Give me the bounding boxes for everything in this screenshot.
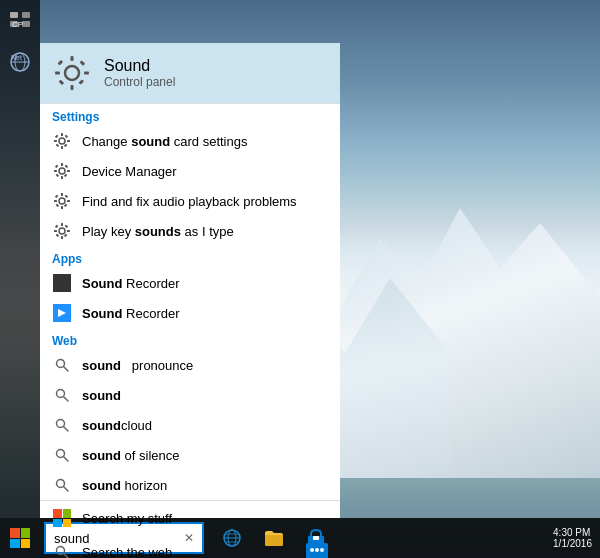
- svg-point-71: [320, 548, 324, 552]
- svg-rect-10: [71, 56, 74, 61]
- svg-rect-44: [64, 204, 68, 208]
- svg-point-18: [59, 138, 65, 144]
- search-icon-3: [52, 415, 72, 435]
- search-icon-2: [52, 385, 72, 405]
- windows-logo-icon: [52, 508, 72, 528]
- svg-point-45: [59, 228, 65, 234]
- svg-rect-35: [64, 174, 68, 178]
- section-label-settings: Settings: [40, 104, 340, 126]
- svg-rect-13: [84, 72, 89, 75]
- gear-icon-1: [52, 131, 72, 151]
- gear-icon-3: [52, 191, 72, 211]
- web-item-2-text: sound: [82, 388, 121, 403]
- svg-rect-37: [61, 193, 63, 196]
- svg-rect-15: [80, 60, 86, 66]
- svg-rect-33: [65, 165, 69, 169]
- apps-item-1[interactable]: Sound Recorder: [40, 268, 340, 298]
- web-item-4[interactable]: sound of silence: [40, 440, 340, 470]
- web-item-5[interactable]: sound horizon: [40, 470, 340, 500]
- svg-rect-25: [56, 144, 60, 148]
- network-taskbar-icon[interactable]: Net: [2, 44, 38, 80]
- settings-item-3[interactable]: Find and fix audio playback problems: [40, 186, 340, 216]
- svg-point-9: [65, 66, 79, 80]
- top-result-gear-icon: [52, 53, 92, 93]
- svg-rect-46: [61, 223, 63, 226]
- svg-rect-50: [55, 225, 59, 229]
- settings-item-2[interactable]: Device Manager: [40, 156, 340, 186]
- svg-rect-42: [65, 195, 69, 199]
- bottom-actions: Search my stuff Search the web: [40, 500, 340, 558]
- svg-rect-39: [54, 200, 57, 202]
- black-square-icon: [52, 273, 72, 293]
- gear-icon-4: [52, 221, 72, 241]
- svg-rect-26: [64, 144, 68, 148]
- svg-point-27: [59, 168, 65, 174]
- svg-marker-54: [58, 309, 66, 317]
- svg-rect-29: [61, 176, 63, 179]
- svg-rect-41: [55, 195, 59, 199]
- svg-rect-38: [61, 206, 63, 209]
- apps-item-2[interactable]: Sound Recorder: [40, 298, 340, 328]
- svg-rect-32: [55, 165, 59, 169]
- web-item-3[interactable]: soundcloud: [40, 410, 340, 440]
- settings-item-4[interactable]: Play key sounds as I type: [40, 216, 340, 246]
- svg-point-69: [310, 548, 314, 552]
- svg-rect-31: [67, 170, 70, 172]
- start-button[interactable]: [0, 518, 40, 558]
- search-icon-4: [52, 445, 72, 465]
- web-item-1[interactable]: sound pronounce: [40, 350, 340, 380]
- apps-item-1-text: Sound Recorder: [82, 276, 180, 291]
- svg-rect-19: [61, 133, 63, 136]
- svg-line-66: [64, 554, 69, 559]
- section-label-web: Web: [40, 328, 340, 350]
- web-item-3-text: soundcloud: [82, 418, 152, 433]
- svg-rect-40: [67, 200, 70, 202]
- top-result-text-block: Sound Control panel: [104, 57, 175, 89]
- svg-rect-43: [56, 204, 60, 208]
- svg-rect-47: [61, 236, 63, 239]
- svg-rect-53: [64, 234, 68, 238]
- settings-item-3-text: Find and fix audio playback problems: [82, 194, 297, 209]
- svg-rect-0: [10, 12, 18, 18]
- web-item-4-text: sound of silence: [82, 448, 180, 463]
- svg-rect-49: [67, 230, 70, 232]
- svg-rect-28: [61, 163, 63, 166]
- svg-rect-52: [56, 234, 60, 238]
- svg-rect-24: [65, 135, 69, 139]
- svg-text:Net: Net: [11, 54, 22, 61]
- settings-item-1[interactable]: Change sound card settings: [40, 126, 340, 156]
- web-item-5-text: sound horizon: [82, 478, 167, 493]
- search-icon-1: [52, 355, 72, 375]
- search-my-stuff-button[interactable]: Search my stuff: [40, 501, 340, 535]
- svg-rect-16: [59, 80, 65, 86]
- svg-rect-21: [54, 140, 57, 142]
- svg-rect-14: [57, 60, 63, 66]
- svg-point-36: [59, 198, 65, 204]
- section-label-apps: Apps: [40, 246, 340, 268]
- svg-rect-3: [22, 21, 30, 27]
- web-item-1-text: sound pronounce: [82, 358, 193, 373]
- control-panel-taskbar-icon[interactable]: CP: [2, 4, 38, 40]
- search-web-label: Search the web: [82, 545, 172, 559]
- top-result-title: Sound: [104, 57, 175, 75]
- svg-line-62: [64, 457, 69, 462]
- search-icon-bottom: [52, 542, 72, 558]
- svg-rect-12: [55, 72, 60, 75]
- svg-rect-1: [22, 12, 30, 18]
- svg-rect-34: [56, 174, 60, 178]
- top-result[interactable]: Sound Control panel: [40, 43, 340, 104]
- search-my-stuff-label: Search my stuff: [82, 511, 172, 526]
- top-result-subtitle: Control panel: [104, 75, 175, 89]
- svg-line-64: [64, 487, 69, 492]
- search-panel: Sound Control panel Settings Change soun…: [40, 43, 340, 518]
- svg-rect-23: [55, 135, 59, 139]
- settings-item-2-text: Device Manager: [82, 164, 177, 179]
- search-web-button[interactable]: Search the web: [40, 535, 340, 558]
- svg-point-70: [315, 548, 319, 552]
- search-icon-5: [52, 475, 72, 495]
- svg-rect-17: [78, 79, 84, 85]
- svg-rect-11: [71, 85, 74, 90]
- web-item-2[interactable]: sound: [40, 380, 340, 410]
- taskbar-time: 4:30 PM1/1/2016: [553, 527, 592, 549]
- left-panel: CP Net: [0, 0, 40, 518]
